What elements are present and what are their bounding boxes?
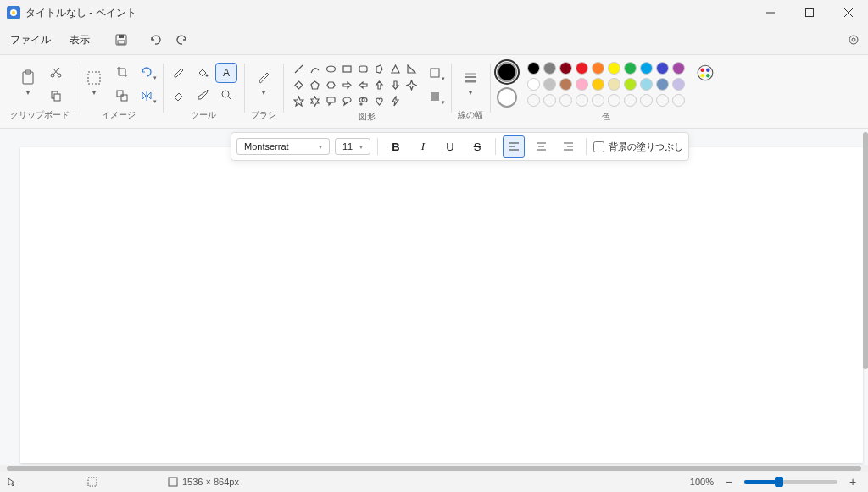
swatch[interactable]: [527, 62, 540, 75]
canvas[interactable]: [20, 147, 863, 463]
eraser-tool[interactable]: [168, 85, 190, 105]
shape-hexagon[interactable]: [324, 78, 337, 91]
select-button[interactable]: ▾: [80, 64, 108, 103]
menu-view[interactable]: 表示: [61, 28, 98, 53]
settings-button[interactable]: [841, 27, 866, 53]
swatch-empty[interactable]: [543, 94, 556, 107]
line-width-button[interactable]: ▾: [456, 64, 485, 103]
shape-triangle[interactable]: [388, 62, 402, 75]
shape-callout-oval[interactable]: [340, 94, 353, 108]
swatch-empty[interactable]: [624, 94, 637, 107]
shape-oval[interactable]: [324, 62, 337, 75]
shape-outline-button[interactable]: ▾: [424, 63, 446, 83]
resize-button[interactable]: [111, 86, 133, 106]
save-button[interactable]: [108, 27, 134, 53]
zoom-slider[interactable]: [744, 480, 837, 484]
swatch[interactable]: [576, 62, 588, 75]
shape-diamond[interactable]: [292, 78, 305, 91]
swatch[interactable]: [559, 78, 572, 91]
pencil-tool[interactable]: [168, 63, 190, 83]
swatch-empty[interactable]: [608, 94, 620, 107]
color-1[interactable]: [497, 62, 517, 82]
font-size-select[interactable]: 11▾: [335, 138, 370, 155]
swatch-empty[interactable]: [592, 94, 604, 107]
horizontal-scrollbar[interactable]: [0, 465, 868, 472]
fill-tool[interactable]: [192, 63, 214, 83]
swatch-empty[interactable]: [640, 94, 653, 107]
brush-button[interactable]: ▾: [249, 64, 278, 103]
flip-button[interactable]: ▾: [136, 86, 158, 106]
swatch[interactable]: [624, 62, 637, 75]
shape-star6[interactable]: [308, 94, 321, 108]
shape-arrow-up[interactable]: [372, 78, 386, 91]
swatch[interactable]: [656, 62, 669, 75]
swatch[interactable]: [640, 62, 653, 75]
swatch-empty[interactable]: [527, 94, 540, 107]
shape-star5[interactable]: [292, 94, 305, 108]
shape-rect[interactable]: [340, 62, 353, 75]
shape-polygon[interactable]: [372, 62, 386, 75]
minimize-button[interactable]: [751, 0, 790, 25]
swatch[interactable]: [608, 78, 620, 91]
shape-arrow-right[interactable]: [340, 78, 353, 91]
swatch-empty[interactable]: [672, 94, 685, 107]
edit-colors-button[interactable]: [694, 62, 716, 84]
shape-callout-cloud[interactable]: [356, 94, 370, 108]
swatch[interactable]: [656, 78, 669, 91]
swatch-empty[interactable]: [576, 94, 588, 107]
swatch-empty[interactable]: [559, 94, 572, 107]
font-family-select[interactable]: Montserrat▾: [236, 138, 330, 155]
rotate-button[interactable]: ▾: [136, 62, 158, 82]
swatch[interactable]: [527, 78, 540, 91]
shape-pentagon[interactable]: [308, 78, 321, 91]
swatch[interactable]: [608, 62, 620, 75]
shape-line[interactable]: [292, 62, 305, 75]
swatch[interactable]: [576, 78, 588, 91]
shape-star4[interactable]: [404, 78, 418, 91]
shape-arrow-down[interactable]: [388, 78, 402, 91]
shape-fill-button[interactable]: ▾: [424, 86, 446, 107]
align-left-button[interactable]: [503, 135, 525, 158]
shape-callout-rect[interactable]: [324, 94, 337, 108]
crop-button[interactable]: [111, 62, 133, 82]
magnifier-tool[interactable]: [215, 85, 237, 105]
swatch[interactable]: [543, 62, 556, 75]
swatch[interactable]: [543, 78, 556, 91]
vertical-scrollbar[interactable]: [863, 132, 868, 463]
copy-button[interactable]: [45, 86, 67, 106]
menu-file[interactable]: ファイル: [2, 28, 59, 53]
close-button[interactable]: [829, 0, 868, 25]
swatch-empty[interactable]: [656, 94, 669, 107]
underline-button[interactable]: U: [439, 135, 461, 158]
shape-roundrect[interactable]: [356, 62, 370, 75]
color-2[interactable]: [497, 87, 517, 108]
shape-heart[interactable]: [372, 94, 386, 108]
text-tool[interactable]: A: [215, 63, 237, 83]
status-selection: [87, 477, 102, 487]
align-center-button[interactable]: [530, 135, 552, 158]
paste-button[interactable]: ▾: [14, 64, 42, 103]
maximize-button[interactable]: [790, 0, 829, 25]
bold-button[interactable]: B: [385, 135, 407, 158]
shape-arrow-left[interactable]: [356, 78, 370, 91]
picker-tool[interactable]: [192, 85, 214, 105]
swatch[interactable]: [559, 62, 572, 75]
shape-lightning[interactable]: [388, 94, 402, 108]
strikethrough-button[interactable]: S: [466, 135, 488, 158]
cut-button[interactable]: [45, 62, 67, 82]
shape-right-triangle[interactable]: [404, 62, 418, 75]
zoom-in-button[interactable]: +: [844, 473, 861, 490]
zoom-out-button[interactable]: −: [721, 473, 737, 490]
shape-curve[interactable]: [308, 62, 321, 75]
swatch[interactable]: [672, 62, 685, 75]
swatch[interactable]: [672, 78, 685, 91]
swatch[interactable]: [592, 62, 604, 75]
align-right-button[interactable]: [557, 135, 579, 158]
undo-button[interactable]: [142, 27, 168, 53]
italic-button[interactable]: I: [412, 135, 434, 158]
fill-background-checkbox[interactable]: 背景の塗りつぶし: [593, 141, 683, 153]
swatch[interactable]: [640, 78, 653, 91]
swatch[interactable]: [624, 78, 637, 91]
redo-button[interactable]: [170, 27, 195, 53]
swatch[interactable]: [592, 78, 604, 91]
